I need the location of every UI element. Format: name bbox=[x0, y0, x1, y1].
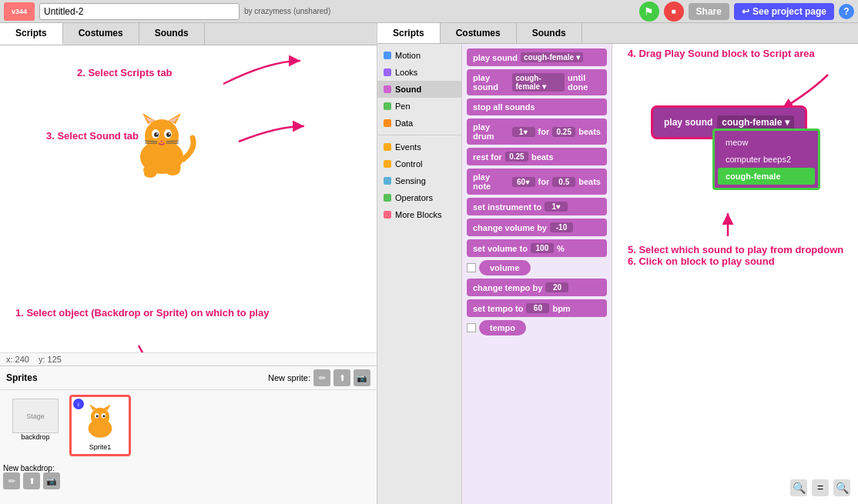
canvas-sound-dropdown[interactable]: cough-female ▾ bbox=[717, 115, 793, 129]
change-volume-block[interactable]: change volume by -10 bbox=[467, 219, 607, 236]
play-sound-dropdown[interactable]: cough-female ▾ bbox=[521, 52, 583, 62]
see-project-button[interactable]: ↩ See project page bbox=[734, 3, 834, 20]
stop-all-sounds-block[interactable]: stop all sounds bbox=[467, 98, 607, 115]
note-beats-text: beats bbox=[578, 177, 601, 186]
green-flag-button[interactable]: ⚑ bbox=[639, 2, 659, 22]
stage-thumb-label: Stage bbox=[26, 412, 45, 420]
note-duration-input[interactable]: 0.5 bbox=[552, 177, 575, 187]
drum-beats-input[interactable]: 0.25 bbox=[552, 127, 575, 137]
sprite1-label: Sprite1 bbox=[89, 443, 112, 451]
tab-sounds[interactable]: Sounds bbox=[139, 23, 205, 45]
zoom-in-button[interactable]: 🔍 bbox=[833, 479, 850, 496]
set-instrument-label: set instrument to bbox=[473, 202, 541, 212]
sensing-dot bbox=[384, 177, 391, 185]
instrument-input[interactable]: 1♥ bbox=[545, 202, 568, 212]
ann2-text: 2. Select Scripts tab bbox=[77, 67, 173, 78]
tempo-reporter-block[interactable]: tempo bbox=[479, 320, 526, 335]
cat-pen[interactable]: Pen bbox=[377, 98, 461, 115]
tab-scripts[interactable]: Scripts bbox=[0, 23, 63, 45]
tab-costumes-right[interactable]: Costumes bbox=[441, 23, 517, 43]
annotation-1: 1. Select object (Backdrop or Sprite) on… bbox=[15, 307, 269, 319]
set-volume-block[interactable]: set volume to 100 % bbox=[467, 239, 607, 257]
x-coord: x: 240 bbox=[6, 355, 29, 364]
help-icon[interactable]: ? bbox=[839, 4, 854, 19]
cat-sound[interactable]: Sound bbox=[377, 81, 461, 98]
stage-item[interactable]: Stage backdrop bbox=[5, 395, 66, 445]
sprite-info-badge: i bbox=[73, 399, 84, 409]
dropdown-item-computer-beeps[interactable]: computer beeps2 bbox=[718, 151, 815, 168]
cat-looks[interactable]: Looks bbox=[377, 64, 461, 81]
play-sound-until-label: play sound bbox=[473, 73, 509, 92]
cat-data[interactable]: Data bbox=[377, 115, 461, 132]
camera-backdrop-button[interactable]: 📷 bbox=[43, 472, 60, 489]
cat-sound-label: Sound bbox=[395, 85, 421, 94]
right-panel: Scripts Costumes Sounds Motion Looks Sou… bbox=[377, 23, 858, 504]
new-sprite-controls: New sprite: ✏ ⬆ 📷 bbox=[268, 369, 370, 386]
dropdown-item-cough-female[interactable]: cough-female bbox=[718, 168, 815, 185]
paint-sprite-button[interactable]: ✏ bbox=[313, 369, 330, 386]
svg-point-19 bbox=[144, 170, 156, 178]
cat-more-blocks[interactable]: More Blocks bbox=[377, 206, 461, 223]
cat-operators-label: Operators bbox=[395, 193, 433, 202]
tempo-checkbox[interactable] bbox=[467, 323, 476, 332]
tab-scripts-right[interactable]: Scripts bbox=[377, 23, 441, 43]
ann5-text: 5. Select which sound to play from dropd… bbox=[628, 244, 843, 255]
sound-dropdown-popup[interactable]: meow computer beeps2 cough-female bbox=[712, 129, 820, 190]
tempo-input[interactable]: 60 bbox=[526, 303, 549, 313]
play-sound-block[interactable]: play sound cough-female ▾ bbox=[467, 48, 607, 66]
cat-events[interactable]: Events bbox=[377, 139, 461, 155]
cat-svg bbox=[123, 107, 200, 184]
play-drum-block[interactable]: play drum 1♥ for 0.25 beats bbox=[467, 118, 607, 145]
camera-sprite-button[interactable]: 📷 bbox=[354, 369, 370, 386]
drum-num-input[interactable]: 1♥ bbox=[512, 127, 535, 137]
y-coord: y: 125 bbox=[39, 355, 62, 364]
tempo-change-input[interactable]: 20 bbox=[545, 282, 568, 292]
note-input[interactable]: 60♥ bbox=[512, 177, 535, 187]
play-sound-until-dropdown[interactable]: cough-female ▾ bbox=[512, 73, 565, 92]
ann4-text: 4. Drag Play Sound block to Script area bbox=[628, 48, 815, 59]
upload-sprite-button[interactable]: ⬆ bbox=[333, 369, 350, 386]
svg-point-9 bbox=[166, 132, 171, 137]
left-panel: Scripts Costumes Sounds bbox=[0, 23, 377, 504]
zoom-reset-button[interactable]: = bbox=[812, 479, 829, 496]
play-sound-until-done-block[interactable]: play sound cough-female ▾ until done bbox=[467, 69, 607, 95]
stop-button[interactable]: ■ bbox=[664, 2, 684, 22]
annotation-4: 4. Drag Play Sound block to Script area bbox=[628, 48, 815, 59]
volume-reporter-block[interactable]: volume bbox=[479, 260, 531, 275]
arrow-3-svg bbox=[231, 118, 308, 149]
paint-backdrop-button[interactable]: ✏ bbox=[3, 472, 20, 489]
cat-operators[interactable]: Operators bbox=[377, 189, 461, 206]
see-project-arrow-icon: ↩ bbox=[742, 6, 749, 17]
set-tempo-block[interactable]: set tempo to 60 bpm bbox=[467, 299, 607, 317]
tab-costumes[interactable]: Costumes bbox=[63, 23, 139, 45]
sprite1-item[interactable]: i Sprite1 bbox=[69, 395, 131, 456]
tab-sounds-right[interactable]: Sounds bbox=[517, 23, 582, 43]
pen-dot bbox=[384, 102, 391, 110]
play-note-block[interactable]: play note 60♥ for 0.5 beats bbox=[467, 169, 607, 195]
cat-events-label: Events bbox=[395, 142, 421, 152]
zoom-out-button[interactable]: 🔍 bbox=[790, 479, 807, 496]
change-tempo-block[interactable]: change tempo by 20 bbox=[467, 279, 607, 296]
share-button[interactable]: Share bbox=[689, 3, 729, 20]
tempo-reporter-label: tempo bbox=[490, 323, 515, 332]
rest-for-block[interactable]: rest for 0.25 beats bbox=[467, 148, 607, 165]
upload-backdrop-button[interactable]: ⬆ bbox=[23, 472, 40, 489]
cat-motion[interactable]: Motion bbox=[377, 47, 461, 64]
arrow-2-svg bbox=[216, 53, 308, 92]
volume-checkbox[interactable] bbox=[467, 263, 476, 272]
events-dot bbox=[384, 143, 391, 151]
rest-beats-input[interactable]: 0.25 bbox=[505, 152, 528, 162]
dropdown-item-meow[interactable]: meow bbox=[718, 134, 815, 151]
set-instrument-block[interactable]: set instrument to 1♥ bbox=[467, 198, 607, 215]
volume-reporter-row: volume bbox=[467, 260, 607, 275]
project-title-input[interactable] bbox=[39, 3, 240, 20]
drum-beats-text: beats bbox=[578, 127, 601, 136]
cat-more-blocks-label: More Blocks bbox=[395, 210, 442, 219]
volume-input[interactable]: 100 bbox=[531, 243, 554, 253]
cat-sprite bbox=[123, 107, 200, 186]
cat-control[interactable]: Control bbox=[377, 155, 461, 172]
stage-area: 2. Select Scripts tab 3. Select Sound ta… bbox=[0, 45, 377, 365]
volume-change-input[interactable]: -10 bbox=[550, 222, 573, 232]
cat-sensing[interactable]: Sensing bbox=[377, 172, 461, 189]
script-tabs: Scripts Costumes Sounds bbox=[377, 23, 858, 44]
